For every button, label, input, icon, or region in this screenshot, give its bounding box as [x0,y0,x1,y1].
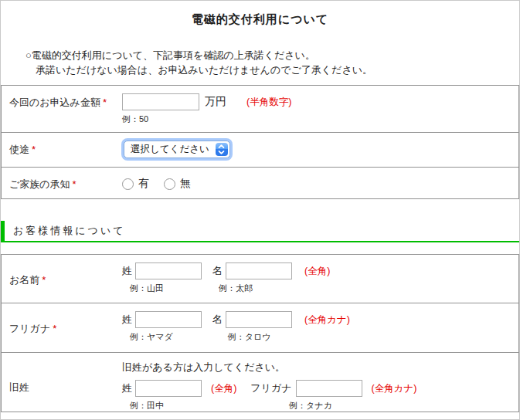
radio-icon[interactable] [122,178,134,190]
required-mark: * [73,178,76,190]
first-name-input[interactable] [226,262,292,279]
family-consent-row-label: ご家族の承知* [2,168,120,198]
former-name-instruction: 旧姓がある方は入力してください。 [122,361,518,374]
former-name-label-text: 旧姓 [9,381,29,393]
furigana-last-field-label: 姓 [122,313,132,327]
section-header-customer-info: お客様情報について [1,221,519,242]
required-mark: * [103,97,107,108]
former-name-sei-example: 例：田中 [130,400,164,412]
name-row-content: 姓 名 (全角) 例：山田 例：太郎 [120,255,518,303]
purpose-select[interactable]: 選択してください [124,141,230,158]
amount-row-label: 今回のお申込み金額* [2,86,120,132]
required-mark: * [42,274,46,286]
former-name-row-label: 旧姓 [2,353,120,412]
first-name-field-label: 名 [212,264,223,278]
purpose-select-value: 選択してください [131,143,209,156]
former-name-furigana-note: (全角カナ) [372,382,417,395]
intro-line-2: 承諾いただけない場合は、お申込みいただけませんのでご了承ください。 [25,63,519,77]
name-row-label: お名前* [2,255,120,303]
amount-example: 例：50 [122,113,148,125]
customer-info-table: お名前* 姓 名 (全角) 例：山田 例：太郎 フリガナ* 姓 [1,254,519,412]
page-title: 電磁的交付利用について [1,1,519,27]
table-row-name: お名前* 姓 名 (全角) 例：山田 例：太郎 [2,255,518,303]
table-row-purpose: 使途* 選択してください [2,132,518,167]
name-label-text: お名前 [9,274,39,286]
last-name-field-label: 姓 [122,264,132,278]
former-name-row-content: 旧姓がある方は入力してください。 姓 (全角) フリガナ (全角カナ) 例：田中… [120,353,518,412]
family-consent-radio-yes[interactable]: 有 [122,177,149,191]
select-stepper-icon [216,143,228,156]
amount-row-content: 万円 (半角数字) 例：50 [120,86,518,132]
table-row-amount: 今回のお申込み金額* 万円 (半角数字) 例：50 [2,86,518,132]
table-row-furigana: フリガナ* 姓 名 (全角カナ) 例：ヤマダ 例：タロウ [2,303,518,352]
amount-format-note: (半角数字) [246,96,291,109]
furigana-last-example: 例：ヤマダ [130,331,173,343]
furigana-label-text: フリガナ [9,323,50,334]
family-consent-label-text: ご家族の承知 [9,178,70,190]
required-mark: * [53,323,56,334]
table-row-former-name: 旧姓 旧姓がある方は入力してください。 姓 (全角) フリガナ (全角カナ) 例… [2,352,518,412]
former-name-furigana-field-label: フリガナ [250,381,291,395]
application-table: 今回のお申込み金額* 万円 (半角数字) 例：50 使途* 選択してください [1,85,519,199]
furigana-last-input[interactable] [135,311,202,328]
former-name-sei-input[interactable] [135,380,202,397]
furigana-row-label: フリガナ* [2,303,120,352]
former-name-sei-note: (全角) [211,382,236,395]
family-consent-radio-no[interactable]: 無 [164,177,191,191]
furigana-first-input[interactable] [226,311,292,328]
radio-icon[interactable] [164,178,175,190]
intro-text: ○電磁的交付利用について、下記事項を確認の上承諾ください。 承諾いただけない場合… [25,48,519,77]
amount-input[interactable] [122,93,199,110]
last-name-input[interactable] [135,262,202,279]
family-consent-yes-label: 有 [138,177,149,191]
amount-unit-label: 万円 [205,95,226,109]
former-name-furigana-input[interactable] [296,380,362,397]
first-name-example: 例：太郎 [219,283,253,294]
intro-line-1: ○電磁的交付利用について、下記事項を確認の上承諾ください。 [25,48,519,63]
purpose-row-content: 選択してください [120,133,518,167]
purpose-row-label: 使途* [2,133,120,167]
furigana-first-example: 例：タロウ [228,331,271,343]
furigana-format-note: (全角カナ) [304,313,350,327]
family-consent-row-content: 有 無 [120,168,518,198]
table-row-family-consent: ご家族の承知* 有 無 [2,167,518,198]
family-consent-no-label: 無 [180,177,191,191]
amount-label-text: 今回のお申込み金額 [9,97,100,108]
last-name-example: 例：山田 [130,283,164,294]
furigana-row-content: 姓 名 (全角カナ) 例：ヤマダ 例：タロウ [120,303,518,352]
form-page: 電磁的交付利用について ○電磁的交付利用について、下記事項を確認の上承諾ください… [0,0,520,420]
family-consent-radio-group: 有 無 [122,175,518,191]
former-name-furigana-example: 例：タナカ [289,400,332,412]
furigana-first-field-label: 名 [212,313,223,327]
former-name-sei-field-label: 姓 [122,381,132,395]
required-mark: * [32,144,36,155]
name-format-note: (全角) [304,265,330,278]
purpose-label-text: 使途 [9,144,29,155]
